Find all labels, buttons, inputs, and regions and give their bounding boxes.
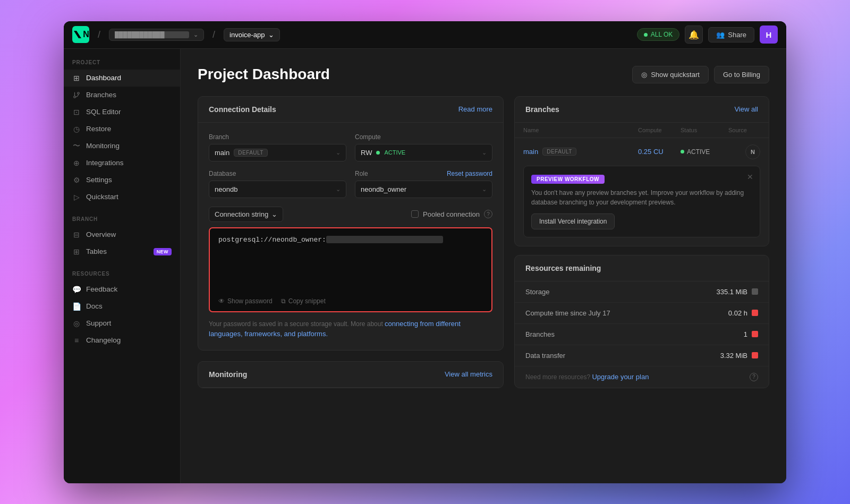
sidebar-item-tables[interactable]: ⊞ Tables NEW (64, 243, 180, 260)
connection-footer: Your password is saved in a secure stora… (209, 319, 492, 339)
avatar[interactable]: H (760, 25, 778, 44)
share-button[interactable]: 👥 Share (708, 27, 754, 42)
branch-name-link[interactable]: main (523, 148, 538, 156)
sidebar-item-feedback[interactable]: 💬 Feedback (64, 281, 180, 298)
database-select[interactable]: neondb ⌄ (209, 181, 346, 198)
role-label: Role (355, 170, 368, 177)
resource-transfer-value: 3.32 MiB (720, 352, 758, 360)
role-label-row: Role Reset password (355, 170, 492, 177)
status-dot (644, 33, 648, 37)
app-window: N / ████████████ ⌄ / invoice-app ⌄ ALL O… (64, 21, 786, 483)
sidebar-label-branches: Branches (86, 91, 116, 99)
branches-table: Name Compute Status Source main DEFAULT (515, 123, 769, 166)
resource-branches-text: 1 (744, 330, 747, 338)
transfer-resource-icon (752, 352, 758, 358)
role-value: neondb_owner (361, 185, 406, 193)
upgrade-plan-link[interactable]: Upgrade your plan (592, 373, 649, 381)
preview-close-button[interactable]: ✕ (747, 173, 753, 181)
header-actions: ◎ Show quickstart Go to Billing (632, 66, 769, 83)
status-text: ALL OK (651, 31, 673, 38)
svg-point-1 (78, 92, 80, 94)
connection-details-header: Connection Details Read more (198, 97, 503, 123)
branches-view-all-link[interactable]: View all (734, 105, 758, 113)
pooled-help-icon[interactable]: ? (484, 210, 492, 218)
sidebar-item-dashboard[interactable]: ⊞ Dashboard (64, 70, 180, 87)
sidebar-label-docs: Docs (86, 302, 103, 310)
sidebar-item-quickstart[interactable]: ▷ Quickstart (64, 189, 180, 206)
sidebar-item-overview[interactable]: ⊟ Overview (64, 226, 180, 243)
branch-status-dot (681, 150, 684, 153)
col-name: Name (523, 127, 638, 133)
clock-icon: ◷ (72, 125, 81, 133)
resources-help-icon[interactable]: ? (750, 373, 758, 381)
sidebar-item-branches[interactable]: Branches (64, 87, 180, 104)
install-vercel-button[interactable]: Install Vercel integration (531, 213, 615, 229)
resources-title: Resources remaining (525, 264, 601, 272)
sidebar-label-monitoring: Monitoring (86, 142, 120, 150)
connection-details-body: Branch main DEFAULT ⌄ (198, 123, 503, 350)
connection-string-label: Connection string (215, 210, 268, 218)
branch-status-cell: ACTIVE (681, 148, 728, 156)
branch-chevron-icon: ⌄ (336, 149, 341, 156)
list-icon: ≡ (72, 336, 81, 345)
compute-select[interactable]: RW ACTIVE ⌄ (355, 144, 492, 161)
show-quickstart-button[interactable]: ◎ Show quickstart (632, 66, 709, 83)
sidebar-label-settings: Settings (86, 176, 112, 184)
connection-string-text: postgresql://neondb_owner: (218, 236, 483, 244)
sidebar-item-settings[interactable]: ⚙ Settings (64, 172, 180, 189)
go-to-billing-button[interactable]: Go to Billing (714, 66, 769, 83)
pooled-checkbox[interactable] (411, 210, 419, 218)
resource-branches-label: Branches (525, 330, 555, 338)
content-inner: Project Dashboard ◎ Show quickstart Go t… (181, 49, 786, 483)
branch-value: main (215, 149, 230, 157)
reset-password-link[interactable]: Reset password (447, 170, 492, 177)
app-selector[interactable]: invoice-app ⌄ (224, 28, 280, 41)
compute-group: Compute RW ACTIVE ⌄ (355, 133, 492, 161)
sidebar-item-integrations[interactable]: ⊕ Integrations (64, 155, 180, 172)
branch-select[interactable]: main DEFAULT ⌄ (209, 144, 346, 161)
resources-body: Storage 335.1 MiB Compute time since Jul… (515, 281, 769, 388)
content-area: Project Dashboard ◎ Show quickstart Go t… (181, 49, 786, 483)
main-layout: PROJECT ⊞ Dashboard Branches ⊡ SQL Edito… (64, 49, 786, 483)
resources-footer-text: Need more resources? Upgrade your plan (525, 373, 649, 381)
sidebar-item-support[interactable]: ◎ Support (64, 315, 180, 332)
project-selector[interactable]: ████████████ ⌄ (109, 29, 204, 41)
quickstart-icon: ◎ (641, 71, 647, 79)
sidebar-item-changelog[interactable]: ≡ Changelog (64, 332, 180, 349)
branch-source-icon: N (745, 144, 760, 159)
branch-name-cell: main DEFAULT (523, 148, 638, 156)
role-select[interactable]: neondb_owner ⌄ (355, 181, 492, 198)
notifications-button[interactable]: 🔔 (685, 25, 703, 44)
sidebar-label-support: Support (86, 319, 111, 327)
compute-active-dot (376, 151, 380, 155)
connection-details-card: Connection Details Read more Branch (198, 96, 504, 351)
database-value: neondb (215, 185, 237, 193)
resource-transfer-label: Data transfer (525, 352, 565, 360)
col-source: Source (728, 127, 760, 133)
monitoring-header: Monitoring View all metrics (198, 362, 503, 388)
message-square-icon: 💬 (72, 285, 81, 294)
preview-workflow-banner: ✕ PREVIEW WORKFLOW You don't have any pr… (523, 166, 760, 237)
left-column: Connection Details Read more Branch (198, 96, 504, 388)
show-password-button[interactable]: 👁 Show password (218, 297, 273, 305)
life-buoy-icon: ◎ (72, 319, 81, 328)
table-icon: ⊞ (72, 247, 81, 256)
resource-branches-row: Branches 1 (515, 324, 769, 345)
sidebar-item-restore[interactable]: ◷ Restore (64, 121, 180, 138)
copy-snippet-button[interactable]: ⧉ Copy snippet (281, 297, 326, 305)
sidebar-item-docs[interactable]: 📄 Docs (64, 298, 180, 315)
sidebar-item-monitoring[interactable]: 〜 Monitoring (64, 138, 180, 155)
puzzle-icon: ⊕ (72, 159, 81, 167)
connection-type-select[interactable]: Connection string ⌄ (209, 207, 283, 222)
conn-redact (326, 236, 443, 243)
read-more-link[interactable]: Read more (458, 105, 492, 113)
role-group: Role Reset password neondb_owner ⌄ (355, 170, 492, 198)
sidebar-label-changelog: Changelog (86, 336, 121, 344)
resource-branches-value: 1 (744, 330, 758, 338)
compute-label: Compute (355, 133, 492, 141)
sidebar-item-sql-editor[interactable]: ⊡ SQL Editor (64, 104, 180, 121)
sidebar-label-tables: Tables (86, 247, 107, 255)
sidebar-label-sql-editor: SQL Editor (86, 108, 121, 116)
layout-icon: ⊟ (72, 230, 81, 239)
view-all-metrics-link[interactable]: View all metrics (445, 370, 492, 378)
